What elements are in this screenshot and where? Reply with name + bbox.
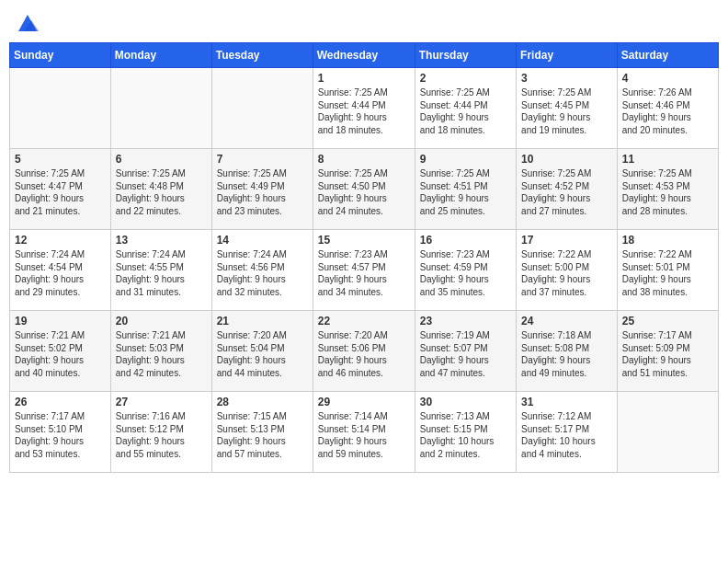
day-info: Sunrise: 7:13 AM Sunset: 5:15 PM Dayligh… bbox=[420, 410, 511, 460]
calendar-week-row: 12Sunrise: 7:24 AM Sunset: 4:54 PM Dayli… bbox=[10, 230, 719, 311]
calendar-cell: 25Sunrise: 7:17 AM Sunset: 5:09 PM Dayli… bbox=[617, 311, 718, 392]
day-number: 26 bbox=[15, 396, 106, 408]
day-number: 5 bbox=[15, 153, 106, 166]
day-number: 9 bbox=[420, 153, 511, 166]
day-number: 24 bbox=[521, 315, 612, 327]
day-number: 28 bbox=[217, 396, 308, 408]
calendar-cell: 20Sunrise: 7:21 AM Sunset: 5:03 PM Dayli… bbox=[110, 311, 211, 392]
day-info: Sunrise: 7:25 AM Sunset: 4:53 PM Dayligh… bbox=[622, 167, 713, 217]
day-info: Sunrise: 7:21 AM Sunset: 5:02 PM Dayligh… bbox=[15, 329, 106, 379]
logo bbox=[13, 9, 40, 35]
calendar-header-row: SundayMondayTuesdayWednesdayThursdayFrid… bbox=[10, 43, 719, 68]
day-info: Sunrise: 7:25 AM Sunset: 4:47 PM Dayligh… bbox=[15, 167, 106, 217]
calendar-week-row: 26Sunrise: 7:17 AM Sunset: 5:10 PM Dayli… bbox=[10, 392, 719, 473]
day-info: Sunrise: 7:12 AM Sunset: 5:17 PM Dayligh… bbox=[521, 410, 612, 460]
day-number: 1 bbox=[318, 72, 410, 85]
calendar-cell: 9Sunrise: 7:25 AM Sunset: 4:51 PM Daylig… bbox=[415, 149, 516, 230]
day-of-week-header: Saturday bbox=[617, 43, 718, 68]
calendar-cell: 7Sunrise: 7:25 AM Sunset: 4:49 PM Daylig… bbox=[211, 149, 313, 230]
day-info: Sunrise: 7:25 AM Sunset: 4:49 PM Dayligh… bbox=[217, 167, 308, 217]
day-number: 11 bbox=[622, 153, 713, 166]
day-info: Sunrise: 7:19 AM Sunset: 5:07 PM Dayligh… bbox=[420, 329, 511, 379]
day-number: 8 bbox=[318, 153, 410, 166]
calendar-cell: 6Sunrise: 7:25 AM Sunset: 4:48 PM Daylig… bbox=[110, 149, 211, 230]
calendar-cell: 26Sunrise: 7:17 AM Sunset: 5:10 PM Dayli… bbox=[10, 392, 111, 473]
day-info: Sunrise: 7:25 AM Sunset: 4:48 PM Dayligh… bbox=[116, 167, 207, 217]
calendar-cell: 1Sunrise: 7:25 AM Sunset: 4:44 PM Daylig… bbox=[313, 68, 415, 149]
logo-icon bbox=[15, 9, 40, 35]
day-of-week-header: Sunday bbox=[10, 43, 111, 68]
day-number: 10 bbox=[521, 153, 612, 166]
calendar-cell: 2Sunrise: 7:25 AM Sunset: 4:44 PM Daylig… bbox=[415, 68, 516, 149]
calendar-week-row: 5Sunrise: 7:25 AM Sunset: 4:47 PM Daylig… bbox=[10, 149, 719, 230]
day-number: 7 bbox=[217, 153, 308, 166]
day-info: Sunrise: 7:24 AM Sunset: 4:56 PM Dayligh… bbox=[217, 248, 308, 298]
day-info: Sunrise: 7:25 AM Sunset: 4:51 PM Dayligh… bbox=[420, 167, 511, 217]
day-number: 4 bbox=[622, 72, 713, 85]
day-number: 31 bbox=[521, 396, 612, 408]
calendar-week-row: 19Sunrise: 7:21 AM Sunset: 5:02 PM Dayli… bbox=[10, 311, 719, 392]
day-info: Sunrise: 7:18 AM Sunset: 5:08 PM Dayligh… bbox=[521, 329, 612, 379]
calendar-cell: 16Sunrise: 7:23 AM Sunset: 4:59 PM Dayli… bbox=[415, 230, 516, 311]
calendar-cell: 24Sunrise: 7:18 AM Sunset: 5:08 PM Dayli… bbox=[517, 311, 618, 392]
calendar-cell: 23Sunrise: 7:19 AM Sunset: 5:07 PM Dayli… bbox=[415, 311, 516, 392]
day-info: Sunrise: 7:25 AM Sunset: 4:52 PM Dayligh… bbox=[521, 167, 612, 217]
day-number: 21 bbox=[217, 315, 308, 327]
day-number: 15 bbox=[318, 234, 410, 247]
day-number: 20 bbox=[116, 315, 207, 327]
day-info: Sunrise: 7:20 AM Sunset: 5:06 PM Dayligh… bbox=[318, 329, 410, 379]
calendar-cell: 11Sunrise: 7:25 AM Sunset: 4:53 PM Dayli… bbox=[617, 149, 718, 230]
day-of-week-header: Friday bbox=[517, 43, 618, 68]
day-info: Sunrise: 7:25 AM Sunset: 4:45 PM Dayligh… bbox=[521, 86, 612, 136]
day-number: 18 bbox=[622, 234, 713, 247]
day-of-week-header: Monday bbox=[110, 43, 211, 68]
calendar-cell: 3Sunrise: 7:25 AM Sunset: 4:45 PM Daylig… bbox=[517, 68, 618, 149]
day-info: Sunrise: 7:25 AM Sunset: 4:50 PM Dayligh… bbox=[318, 167, 410, 217]
calendar-cell: 4Sunrise: 7:26 AM Sunset: 4:46 PM Daylig… bbox=[617, 68, 718, 149]
page: SundayMondayTuesdayWednesdayThursdayFrid… bbox=[0, 0, 728, 563]
day-info: Sunrise: 7:20 AM Sunset: 5:04 PM Dayligh… bbox=[217, 329, 308, 379]
day-number: 12 bbox=[15, 234, 106, 247]
calendar-cell: 13Sunrise: 7:24 AM Sunset: 4:55 PM Dayli… bbox=[110, 230, 211, 311]
day-info: Sunrise: 7:25 AM Sunset: 4:44 PM Dayligh… bbox=[318, 86, 410, 136]
day-number: 16 bbox=[420, 234, 511, 247]
day-info: Sunrise: 7:17 AM Sunset: 5:10 PM Dayligh… bbox=[15, 410, 106, 460]
day-info: Sunrise: 7:24 AM Sunset: 4:55 PM Dayligh… bbox=[116, 248, 207, 298]
day-number: 22 bbox=[318, 315, 410, 327]
day-number: 23 bbox=[420, 315, 511, 327]
day-number: 6 bbox=[116, 153, 207, 166]
calendar-cell: 17Sunrise: 7:22 AM Sunset: 5:00 PM Dayli… bbox=[517, 230, 618, 311]
day-number: 13 bbox=[116, 234, 207, 247]
day-info: Sunrise: 7:24 AM Sunset: 4:54 PM Dayligh… bbox=[15, 248, 106, 298]
day-of-week-header: Wednesday bbox=[313, 43, 415, 68]
day-number: 25 bbox=[622, 315, 713, 327]
calendar-cell: 28Sunrise: 7:15 AM Sunset: 5:13 PM Dayli… bbox=[211, 392, 313, 473]
day-number: 27 bbox=[116, 396, 207, 408]
day-number: 19 bbox=[15, 315, 106, 327]
calendar-cell: 5Sunrise: 7:25 AM Sunset: 4:47 PM Daylig… bbox=[10, 149, 111, 230]
calendar-cell bbox=[110, 68, 211, 149]
day-info: Sunrise: 7:21 AM Sunset: 5:03 PM Dayligh… bbox=[116, 329, 207, 379]
day-info: Sunrise: 7:22 AM Sunset: 5:01 PM Dayligh… bbox=[622, 248, 713, 298]
day-info: Sunrise: 7:16 AM Sunset: 5:12 PM Dayligh… bbox=[116, 410, 207, 460]
day-info: Sunrise: 7:25 AM Sunset: 4:44 PM Dayligh… bbox=[420, 86, 511, 136]
calendar-cell bbox=[617, 392, 718, 473]
calendar-cell: 29Sunrise: 7:14 AM Sunset: 5:14 PM Dayli… bbox=[313, 392, 415, 473]
calendar-cell: 14Sunrise: 7:24 AM Sunset: 4:56 PM Dayli… bbox=[211, 230, 313, 311]
day-number: 3 bbox=[521, 72, 612, 85]
calendar-cell: 22Sunrise: 7:20 AM Sunset: 5:06 PM Dayli… bbox=[313, 311, 415, 392]
day-info: Sunrise: 7:23 AM Sunset: 4:59 PM Dayligh… bbox=[420, 248, 511, 298]
day-info: Sunrise: 7:15 AM Sunset: 5:13 PM Dayligh… bbox=[217, 410, 308, 460]
day-info: Sunrise: 7:14 AM Sunset: 5:14 PM Dayligh… bbox=[318, 410, 410, 460]
calendar-cell: 18Sunrise: 7:22 AM Sunset: 5:01 PM Dayli… bbox=[617, 230, 718, 311]
day-info: Sunrise: 7:17 AM Sunset: 5:09 PM Dayligh… bbox=[622, 329, 713, 379]
calendar-cell: 15Sunrise: 7:23 AM Sunset: 4:57 PM Dayli… bbox=[313, 230, 415, 311]
calendar-week-row: 1Sunrise: 7:25 AM Sunset: 4:44 PM Daylig… bbox=[10, 68, 719, 149]
day-of-week-header: Thursday bbox=[415, 43, 516, 68]
calendar-table: SundayMondayTuesdayWednesdayThursdayFrid… bbox=[9, 42, 719, 473]
calendar-cell bbox=[211, 68, 313, 149]
day-number: 14 bbox=[217, 234, 308, 247]
day-info: Sunrise: 7:22 AM Sunset: 5:00 PM Dayligh… bbox=[521, 248, 612, 298]
day-info: Sunrise: 7:26 AM Sunset: 4:46 PM Dayligh… bbox=[622, 86, 713, 136]
calendar-cell: 8Sunrise: 7:25 AM Sunset: 4:50 PM Daylig… bbox=[313, 149, 415, 230]
